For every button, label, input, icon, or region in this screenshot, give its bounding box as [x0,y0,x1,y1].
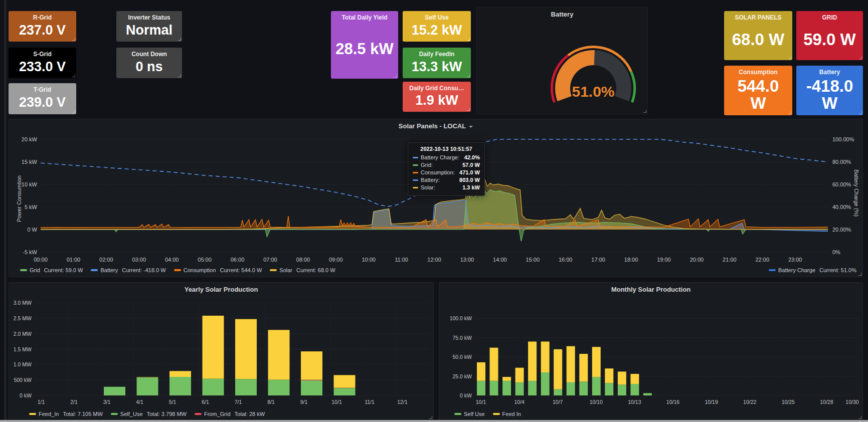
yearly-bar-chart[interactable]: 0 kW500 kW1.0 MW1.5 MW2.0 MW2.5 MW3.0 MW… [9,283,433,421]
resize-handle-icon[interactable] [72,74,75,77]
svg-text:01:00: 01:00 [67,257,81,263]
resize-handle-icon[interactable] [467,38,470,41]
legend-item[interactable]: SolarCurrent: 68.0 W [270,267,335,273]
tooltip-time: 2022-10-13 10:51:57 [413,146,480,152]
tooltip-row: Consumption:471.0 W [413,169,480,175]
monthly-production-panel: Monthly Solar Production 0 kW25.0 kW50.0… [439,282,863,420]
tooltip-series-value: 1.3 kW [462,184,480,190]
resize-handle-icon[interactable] [788,111,791,114]
stat-title: Total Daily Yield [341,15,387,21]
series-color-dash [454,413,461,415]
svg-text:10/4: 10/4 [514,399,525,405]
tooltip-series-label: Battery Charge: [421,154,459,160]
svg-text:0%: 0% [832,249,840,255]
resize-handle-icon[interactable] [178,38,181,41]
svg-text:20:00: 20:00 [690,257,704,263]
svg-text:1.5 MW: 1.5 MW [14,346,32,352]
stat-title: Battery [819,69,840,76]
legend-item[interactable]: Self_UseTotal: 3.798 MW [111,411,187,417]
resize-handle-icon[interactable] [72,110,75,113]
legend-item[interactable]: Self Use [454,411,485,417]
legend-series-name: Feed In [502,411,521,417]
horizontal-scrollbar[interactable] [0,420,868,422]
svg-text:08:00: 08:00 [296,257,310,263]
battery-gauge: 51.0% [477,13,648,113]
resize-handle-icon[interactable] [394,75,397,78]
stat-tile-t-grid: T-Grid 239.0 V [9,83,76,114]
resize-handle-icon[interactable] [429,416,432,419]
svg-text:17:00: 17:00 [591,257,605,263]
tooltip-series-label: Solar: [421,184,435,190]
svg-text:11:00: 11:00 [395,257,408,263]
legend-item[interactable]: From_GridTotal: 28 kW [195,411,265,417]
stat-title: S-Grid [33,51,52,58]
legend-item[interactable]: Feed In [493,411,521,417]
stat-title: Daily FeedIn [419,51,455,58]
resize-handle-icon[interactable] [859,111,862,114]
monthly-bar-chart[interactable]: 0 kW25.0 kW50.0 kW75.0 kW100.0 kW10/110/… [439,283,862,421]
legend-item[interactable]: Battery ChargeCurrent: 51.0% [769,267,856,273]
stat-tile-count-down: Count Down 0 ns [116,48,182,78]
stat-value: 28.5 kW [335,41,393,59]
svg-text:4/1: 4/1 [136,399,143,405]
legend-current-value: Current: 68.0 W [296,267,335,273]
legend-item[interactable]: ConsumptionCurrent: 544.0 W [174,267,262,273]
stat-value: 1.9 kW [415,94,458,110]
legend-item[interactable]: Feed_InTotal: 7.105 MW [29,411,103,417]
legend-total-value: Total: 28 kW [235,411,265,417]
svg-text:10/22: 10/22 [743,399,756,405]
svg-text:10/10: 10/10 [590,399,603,405]
resize-handle-icon[interactable] [643,110,646,113]
svg-text:2.0 MW: 2.0 MW [14,331,32,337]
legend-current-value: Current: -418.0 W [122,267,165,273]
svg-text:19:00: 19:00 [657,257,671,263]
svg-text:10/30: 10/30 [845,399,858,405]
svg-text:14:00: 14:00 [493,257,507,263]
tooltip-series-label: Grid: [421,162,433,168]
stat-value: 544.0 W [728,78,788,113]
legend-current-value: Current: 544.0 W [220,267,262,273]
legend-series-name: Self Use [464,411,485,417]
resize-handle-icon[interactable] [858,273,861,276]
series-color-dash [413,187,418,188]
legend-item[interactable]: BatteryCurrent: -418.0 W [91,267,165,273]
dashboard: R-Grid 237.0 V S-Grid 233.0 V T-Grid 239… [0,0,868,422]
svg-text:22:00: 22:00 [755,257,769,263]
timeseries-panel: Solar Panels - LOCAL Power Consumtion Ba… [9,119,863,277]
stat-value: 13.3 kW [412,60,462,76]
resize-handle-icon[interactable] [467,74,470,77]
svg-text:60.00%: 60.00% [832,181,851,187]
tooltip-series-value: 57.0 W [462,162,480,168]
series-color-dash [413,179,418,181]
svg-text:2/1: 2/1 [70,399,78,405]
svg-text:16:00: 16:00 [559,257,573,263]
stat-tile-battery: Battery -418.0 W [796,66,863,115]
timeseries-legend-right: Battery ChargeCurrent: 51.0% [769,267,856,273]
svg-text:15:00: 15:00 [526,257,540,263]
legend-current-value: Current: 59.0 W [44,267,83,273]
series-color-dash [413,172,418,173]
stat-title: Inverter Status [128,15,170,21]
stat-value: 237.0 V [19,24,66,40]
svg-text:3/1: 3/1 [103,399,111,405]
svg-text:50.0 kW: 50.0 kW [452,354,472,360]
resize-handle-icon[interactable] [72,38,75,41]
series-color-dash [29,413,36,415]
resize-handle-icon[interactable] [178,74,181,77]
stat-title: Daily Grid Consu… [409,85,464,92]
legend-series-name: Solar [279,267,292,273]
resize-handle-icon[interactable] [859,56,862,59]
tooltip-row: Battery Charge:42.0% [413,154,480,160]
chart-tooltip: 2022-10-13 10:51:57Battery Charge:42.0%G… [408,142,485,196]
stat-value: 239.0 V [19,96,66,112]
svg-text:-5 kW: -5 kW [23,249,37,255]
resize-handle-icon[interactable] [788,56,791,59]
resize-handle-icon[interactable] [858,416,861,419]
series-color-dash [195,413,202,415]
resize-handle-icon[interactable] [467,108,470,111]
tooltip-series-label: Battery: [421,177,440,183]
stat-title: R-Grid [33,15,52,21]
svg-text:10/19: 10/19 [705,399,718,405]
legend-item[interactable]: GridCurrent: 59.0 W [20,267,83,273]
tooltip-row: Solar:1.3 kW [413,184,480,190]
